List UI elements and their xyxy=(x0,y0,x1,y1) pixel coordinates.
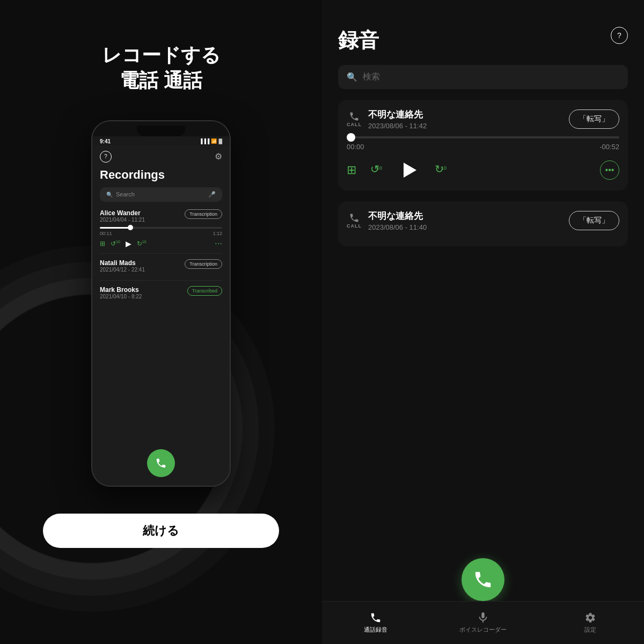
big-forward-icon-1[interactable]: ↻ 10 xyxy=(434,161,449,179)
phone-settings-icon[interactable]: ⚙ xyxy=(215,151,222,162)
phone-record-date-3: 2021/04/10 - 8:22 xyxy=(100,294,142,299)
phone-time-current-1: 00:11 xyxy=(100,231,112,236)
call-date-2: 2023/08/06 - 11:40 xyxy=(368,223,427,231)
phone-progress-thumb-1 xyxy=(128,225,133,230)
call-phone-icon-1 xyxy=(349,111,360,122)
phone-progress-fill-1 xyxy=(100,227,130,229)
call-date-1: 2023/08/06 - 11:42 xyxy=(368,122,427,130)
time-remaining-1: -00:52 xyxy=(599,143,619,151)
phone-help-icon[interactable]: ? xyxy=(100,151,112,163)
transcription-btn-2[interactable]: 「転写」 xyxy=(569,211,619,230)
right-title: 録音 xyxy=(338,27,379,54)
phone-record-date-1: 2021/04/04 - 11:21 xyxy=(100,217,145,223)
big-controls-1: ⊞ ↺ 10 ↻ 10 ••• xyxy=(347,158,619,182)
time-current-1: 00:00 xyxy=(347,143,364,151)
phone-record-name-2: Natali Mads xyxy=(100,259,145,267)
nav-gear-icon xyxy=(584,612,596,624)
big-rewind-icon-1[interactable]: ↺ 10 xyxy=(369,161,384,179)
phone-record-header-3: Mark Brooks 2021/04/10 - 8:22 Transcribe… xyxy=(100,286,222,299)
right-search[interactable]: 🔍 検索 xyxy=(338,65,628,89)
svg-text:10: 10 xyxy=(377,165,382,171)
phone-search-icon: 🔍 xyxy=(106,192,113,197)
nav-item-settings[interactable]: 設定 xyxy=(537,602,644,644)
transcription-btn-1[interactable]: 「転写」 xyxy=(569,109,619,129)
call-label-1: CALL xyxy=(347,122,362,127)
hero-title: レコードする 電話 通話 xyxy=(102,43,221,93)
phone-fab-btn[interactable] xyxy=(147,449,175,477)
right-fab-phone-icon xyxy=(473,569,493,590)
recording-item-2: CALL 不明な連絡先 2023/08/06 - 11:40 「転写」 xyxy=(338,201,628,246)
call-icon-block-1: CALL xyxy=(347,111,362,127)
big-play-btn-1[interactable] xyxy=(397,158,421,182)
phone-record-header-2: Natali Mads 2021/04/12 - 22:41 Transcrip… xyxy=(100,259,222,273)
phone-more-btn-1[interactable]: ⋯ xyxy=(215,239,222,248)
bottom-nav: 通話録音 ボイスレコーダー 設定 xyxy=(322,601,644,644)
phone-status-bar: 9:41 ▐▐▐ 📶 ▓ xyxy=(92,136,230,145)
nav-phone-icon xyxy=(370,612,382,624)
recording-top-1: CALL 不明な連絡先 2023/08/06 - 11:42 「転写」 xyxy=(347,108,619,130)
right-panel: 録音 ? 🔍 検索 CALL 不明な連絡先 2023/08/06 - 11:42… xyxy=(322,0,644,644)
phone-record-name-3: Mark Brooks xyxy=(100,286,142,294)
phone-controls-1: ⊞ ↺10 ▶ ↻10 ⋯ xyxy=(100,239,222,248)
signal-icon: ▐▐▐ xyxy=(199,138,209,144)
phone-transcribed-btn-3[interactable]: Transcribed xyxy=(187,286,222,296)
nav-label-calls: 通話録音 xyxy=(364,626,387,634)
phone-record-name-1: Alice Wander xyxy=(100,209,145,217)
phone-record-header-1: Alice Wander 2021/04/04 - 11:21 Transcri… xyxy=(100,209,222,223)
phone-record-item-1: Alice Wander 2021/04/04 - 11:21 Transcri… xyxy=(100,209,222,254)
right-fab-btn[interactable] xyxy=(462,558,504,601)
call-info-1: CALL 不明な連絡先 2023/08/06 - 11:42 xyxy=(347,108,427,130)
phone-fab-icon xyxy=(155,457,167,469)
phone-forward-icon-1[interactable]: ↻10 xyxy=(137,240,147,247)
nav-mic-icon xyxy=(477,612,489,624)
right-header: 録音 ? xyxy=(322,0,644,65)
nav-label-settings: 設定 xyxy=(584,626,596,634)
call-name-2: 不明な連絡先 xyxy=(368,210,427,222)
phone-rewind-icon-1[interactable]: ↺10 xyxy=(111,240,120,247)
phone-content: ? ⚙ Recordings 🔍 Search 🎤 Alice Wander 2… xyxy=(92,145,230,441)
call-icon-block-2: CALL xyxy=(347,213,362,229)
call-info-2: CALL 不明な連絡先 2023/08/06 - 11:40 xyxy=(347,210,427,231)
big-progress-bar-1 xyxy=(347,136,619,138)
phone-transcription-btn-1[interactable]: Transcription xyxy=(185,209,222,219)
phone-time-total-1: 1:12 xyxy=(213,231,222,236)
call-name-1: 不明な連絡先 xyxy=(368,108,427,121)
big-crop-icon-1[interactable]: ⊞ xyxy=(347,163,356,177)
right-help-icon[interactable]: ? xyxy=(611,27,628,44)
call-details-1: 不明な連絡先 2023/08/06 - 11:42 xyxy=(368,108,427,130)
recording-top-2: CALL 不明な連絡先 2023/08/06 - 11:40 「転写」 xyxy=(347,210,619,231)
status-time: 9:41 xyxy=(100,138,111,144)
call-phone-icon-2 xyxy=(349,213,360,223)
svg-text:10: 10 xyxy=(441,165,447,171)
right-search-icon: 🔍 xyxy=(347,72,357,82)
phone-notch xyxy=(137,126,185,136)
nav-item-calls[interactable]: 通話録音 xyxy=(322,602,429,644)
time-row-1: 00:00 -00:52 xyxy=(347,143,619,151)
phone-fab-area xyxy=(92,441,230,486)
call-label-2: CALL xyxy=(347,223,362,229)
phone-record-item-3: Mark Brooks 2021/04/10 - 8:22 Transcribe… xyxy=(100,286,222,307)
big-progress-thumb-1 xyxy=(347,133,355,142)
recording-item-1: CALL 不明な連絡先 2023/08/06 - 11:42 「転写」 00:0… xyxy=(338,100,628,191)
play-triangle-1 xyxy=(404,163,416,178)
phone-play-btn-1[interactable]: ▶ xyxy=(126,239,131,248)
big-more-btn-1[interactable]: ••• xyxy=(600,160,619,180)
call-details-2: 不明な連絡先 2023/08/06 - 11:40 xyxy=(368,210,427,231)
status-icons: ▐▐▐ 📶 ▓ xyxy=(199,138,222,144)
phone-search-text: Search xyxy=(116,191,205,197)
phone-transcription-btn-2[interactable]: Transcription xyxy=(185,259,222,269)
nav-item-voice[interactable]: ボイスレコーダー xyxy=(429,602,537,644)
phone-record-item-2: Natali Mads 2021/04/12 - 22:41 Transcrip… xyxy=(100,259,222,281)
continue-button[interactable]: 続ける xyxy=(43,514,279,548)
nav-label-voice: ボイスレコーダー xyxy=(459,626,507,634)
right-search-text: 検索 xyxy=(363,71,380,83)
progress-section-1: 00:00 -00:52 ⊞ ↺ 10 ↻ 10 xyxy=(347,136,619,182)
phone-toolbar: ? ⚙ xyxy=(100,151,222,163)
phone-progress-bar-1 xyxy=(100,227,222,229)
phone-crop-icon-1[interactable]: ⊞ xyxy=(100,240,105,247)
left-panel: レコードする 電話 通話 9:41 ▐▐▐ 📶 ▓ ? ⚙ Recordings… xyxy=(0,0,322,644)
right-fab-area xyxy=(322,251,644,644)
phone-time-row-1: 00:11 1:12 xyxy=(100,231,222,236)
phone-mockup: 9:41 ▐▐▐ 📶 ▓ ? ⚙ Recordings 🔍 Search 🎤 xyxy=(91,120,231,487)
phone-search[interactable]: 🔍 Search 🎤 xyxy=(100,187,222,202)
